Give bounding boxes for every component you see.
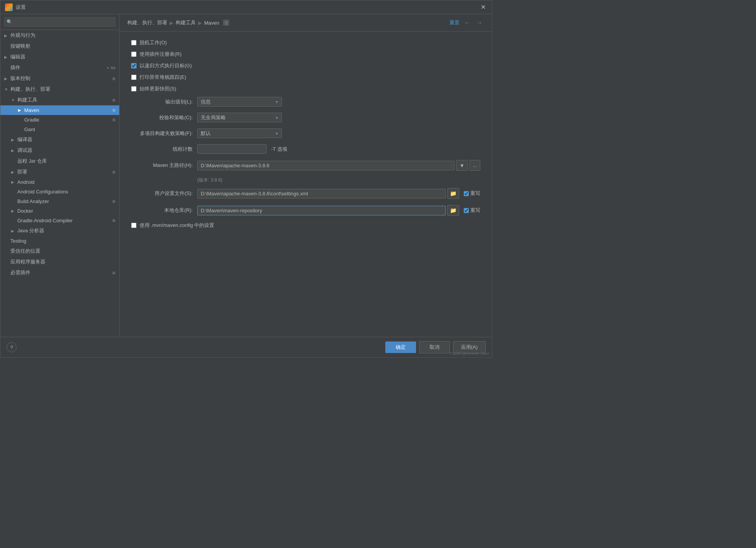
output-level-row: 输出级别(L): 信息 调试 警告 错误: [131, 97, 480, 107]
chevron-icon: ▼: [11, 98, 16, 102]
checkbox-offline: 脱机工作(O): [131, 39, 480, 46]
checkbox-recursive-input[interactable]: [131, 63, 137, 68]
local-repo-rewrite-label[interactable]: 重写: [470, 207, 480, 214]
sidebar-item-editor[interactable]: ▶ 编辑器: [0, 52, 119, 62]
sidebar-label: 版本控制: [10, 75, 30, 82]
local-repo-folder-button[interactable]: 📁: [447, 205, 459, 216]
translate-icon: Aa: [111, 66, 115, 70]
nav-back-button[interactable]: ←: [463, 18, 472, 27]
sidebar-label: 编译器: [17, 136, 32, 143]
cancel-button[interactable]: 取消: [419, 341, 450, 353]
user-settings-folder-button[interactable]: 📁: [447, 188, 459, 199]
check-strategy-select[interactable]: 无全局策略 警告 失败: [197, 113, 282, 122]
sidebar-item-app-server[interactable]: ▶ 应用程序服务器: [0, 257, 119, 267]
sidebar-label: Gradle: [24, 117, 39, 123]
breadcrumb-part-1: 构建、执行、部署: [127, 19, 167, 26]
sidebar-item-keymap[interactable]: ▶ 按键映射: [0, 41, 119, 52]
sidebar-item-docker[interactable]: ▶ Docker: [0, 206, 119, 216]
maven-home-input[interactable]: [197, 161, 455, 170]
sidebar-item-compiler[interactable]: ▶ 编译器: [0, 134, 119, 145]
chevron-icon: ▶: [18, 108, 23, 112]
sidebar-item-android[interactable]: ▶ Android: [0, 177, 119, 187]
sidebar-label: 部署: [17, 168, 27, 175]
checkbox-always-update-input[interactable]: [131, 86, 137, 92]
sidebar-label: Gradle-Android Compiler: [17, 218, 73, 223]
sidebar-item-testing[interactable]: ▶ Testing: [0, 236, 119, 246]
local-repo-row: 本地仓库(R): 📁 重写: [131, 205, 480, 216]
main-content: 构建、执行、部署 ▶ 构建工具 ▶ Maven ☰ 重置 ← →: [120, 14, 492, 337]
breadcrumb-part-3: Maven: [204, 20, 219, 26]
user-settings-rewrite-label[interactable]: 重写: [470, 190, 480, 197]
maven-home-dropdown-button[interactable]: ▼: [456, 160, 468, 171]
chevron-icon: ▶: [11, 148, 16, 153]
bookmark-icon: ⊞: [112, 98, 115, 102]
sidebar-item-deploy[interactable]: ▶ 部署 ⊞: [0, 167, 119, 177]
bookmark-icon: ⊞: [112, 108, 115, 112]
chevron-icon: ▶: [11, 170, 16, 174]
sidebar-item-build-tools[interactable]: ▼ 构建工具 ⊞: [0, 95, 119, 105]
nav-forward-button[interactable]: →: [475, 18, 484, 27]
sidebar-item-trusted[interactable]: ▶ 受信任的位置: [0, 246, 119, 257]
mvn-config-checkbox[interactable]: [131, 223, 137, 228]
search-input[interactable]: [4, 17, 115, 27]
thread-count-input[interactable]: [197, 144, 266, 154]
sidebar-item-vcs[interactable]: ▶ 版本控制 ⊞: [0, 73, 119, 84]
checkbox-print-stack-input[interactable]: [131, 75, 137, 80]
sidebar-item-gradle-android[interactable]: ▶ Gradle-Android Compiler ⊞: [0, 216, 119, 225]
sidebar-item-build-analyzer[interactable]: ▶ Build Analyzer ⊞: [0, 197, 119, 206]
multi-fail-label: 多项目构建失败策略(F):: [131, 130, 193, 137]
maven-home-row: Maven 主路径(H): ▼ ...: [131, 160, 480, 171]
sidebar-label: 调试器: [17, 147, 32, 154]
output-level-select[interactable]: 信息 调试 警告 错误: [197, 97, 282, 107]
local-repo-rewrite-checkbox[interactable]: [464, 208, 469, 213]
sidebar-item-required-plugins[interactable]: ▶ 必需插件 ⊞: [0, 267, 119, 278]
sidebar-label: 构建工具: [17, 97, 37, 103]
checkbox-print-stack-label[interactable]: 打印异常堆栈跟踪(E): [140, 74, 186, 81]
search-icon: 🔍: [7, 19, 12, 25]
sidebar-label: 编辑器: [10, 53, 25, 60]
sidebar-item-build-exec-deploy[interactable]: ▼ 构建、执行、部署: [0, 84, 119, 95]
checkbox-recursive-label[interactable]: 以递归方式执行目标(G): [140, 62, 192, 69]
search-wrapper: 🔍: [4, 17, 115, 27]
mvn-config-label[interactable]: 使用 .mvn/maven.config 中的设置: [140, 222, 214, 229]
maven-home-browse-button[interactable]: ...: [470, 160, 480, 171]
user-settings-rewrite-checkbox[interactable]: [464, 191, 469, 196]
checkbox-offline-label[interactable]: 脱机工作(O): [140, 39, 167, 46]
checkbox-offline-input[interactable]: [131, 40, 137, 45]
sidebar-label: Docker: [17, 208, 33, 214]
sidebar-item-gradle[interactable]: ▶ Gradle ⊞: [0, 115, 119, 125]
sidebar-item-java-analyzer[interactable]: ▶ Java 分析器: [0, 225, 119, 236]
checkbox-always-update-label[interactable]: 始终更新快照(S): [140, 85, 176, 92]
user-settings-input[interactable]: [197, 189, 446, 198]
sidebar-item-plugins[interactable]: ▶ 插件 ≡ Aa: [0, 62, 119, 73]
chevron-icon: ▼: [4, 87, 9, 92]
title-bar: 设置 ✕: [0, 0, 492, 14]
checkbox-plugin-registry-input[interactable]: [131, 52, 137, 57]
reset-button[interactable]: 重置: [450, 19, 460, 26]
sidebar-item-remote-jar[interactable]: ▶ 远程 Jar 仓库: [0, 156, 119, 167]
sidebar-item-android-configs[interactable]: ▶ Android Configurations: [0, 187, 119, 197]
sidebar: 🔍 ▶ 外观与行为 ▶ 按键映射 ▶ 编辑器: [0, 14, 120, 337]
app-icon: [5, 3, 13, 11]
user-settings-rewrite: 重写: [464, 190, 480, 197]
multi-fail-select[interactable]: 默认 在结束时 快速失败: [197, 128, 282, 138]
footer-wrapper: ? 确定 取消 应用(A) CSDN @Forever_food: [0, 337, 492, 357]
thread-count-label: 线程计数: [131, 146, 193, 153]
checkbox-plugin-registry-label[interactable]: 使用插件注册表(R): [140, 51, 182, 58]
chevron-icon: ▶: [4, 33, 9, 38]
chevron-icon: ▶: [11, 138, 16, 142]
local-repo-input[interactable]: [197, 206, 446, 215]
check-strategy-row: 校验和策略(C): 无全局策略 警告 失败: [131, 113, 480, 122]
output-level-select-wrapper: 信息 调试 警告 错误: [197, 97, 282, 107]
window-title: 设置: [16, 4, 26, 11]
bookmark-icon: ⊞: [112, 77, 115, 81]
chevron-icon: ▶: [4, 77, 9, 81]
close-button[interactable]: ✕: [479, 3, 487, 12]
sidebar-item-debugger[interactable]: ▶ 调试器: [0, 145, 119, 156]
help-button[interactable]: ?: [7, 342, 17, 352]
bookmark-icon: ⊞: [112, 118, 115, 122]
sidebar-item-appearance[interactable]: ▶ 外观与行为: [0, 30, 119, 41]
ok-button[interactable]: 确定: [385, 341, 416, 353]
sidebar-item-gant[interactable]: ▶ Gant: [0, 125, 119, 134]
sidebar-item-maven[interactable]: ▶ Maven ⊞: [0, 105, 119, 115]
